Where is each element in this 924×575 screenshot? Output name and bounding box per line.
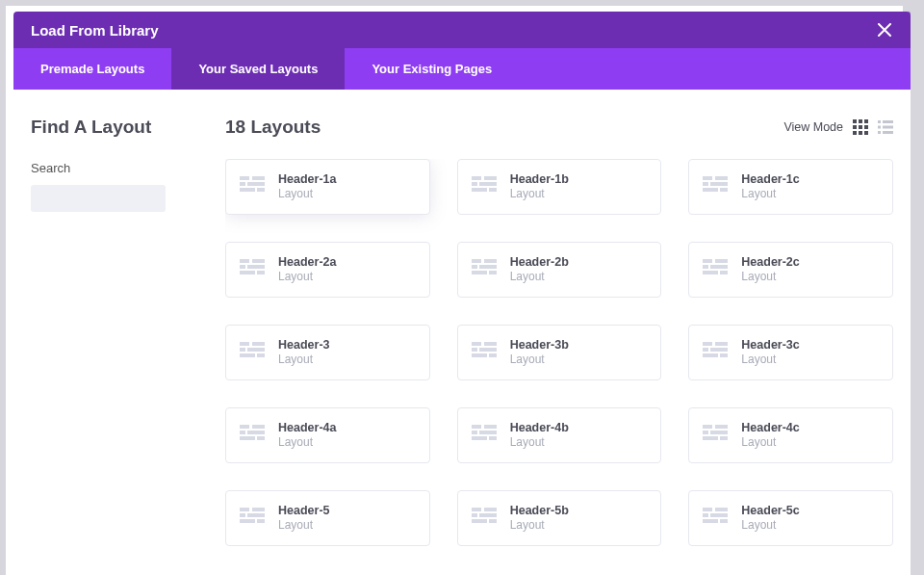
svg-rect-62 [489, 353, 497, 357]
list-view-button[interactable] [878, 119, 893, 135]
svg-rect-35 [240, 265, 245, 269]
layout-card-subtitle: Layout [741, 187, 799, 202]
svg-rect-86 [720, 436, 728, 440]
layout-card-title: Header-3b [510, 337, 569, 353]
layout-card[interactable]: Header-2bLayout [457, 242, 662, 298]
svg-rect-45 [703, 259, 712, 263]
svg-rect-17 [240, 182, 245, 186]
layout-thumbnail-icon [472, 425, 497, 446]
layout-thumbnail-icon [703, 176, 728, 197]
svg-rect-5 [864, 125, 868, 129]
layout-card-text: Header-3cLayout [741, 337, 799, 368]
layout-card[interactable]: Header-5cLayout [688, 490, 893, 546]
modal-title: Load From Library [31, 22, 159, 39]
svg-rect-36 [247, 265, 265, 269]
svg-rect-88 [252, 508, 265, 511]
svg-rect-85 [703, 436, 718, 440]
layout-card[interactable]: Header-3Layout [225, 325, 430, 380]
layout-thumbnail-icon [240, 176, 265, 197]
svg-rect-94 [484, 508, 497, 511]
layout-card-subtitle: Layout [510, 518, 569, 534]
layout-card[interactable]: Header-3cLayout [688, 325, 893, 380]
svg-rect-84 [710, 431, 728, 434]
svg-rect-54 [247, 348, 265, 352]
tab-your-existing-pages[interactable]: Your Existing Pages [345, 48, 519, 90]
svg-rect-71 [240, 431, 245, 434]
svg-rect-82 [715, 425, 728, 429]
svg-rect-93 [472, 508, 481, 511]
layout-thumbnail-icon [703, 259, 728, 280]
svg-rect-56 [257, 353, 265, 357]
modal-header: Load From Library [13, 12, 911, 48]
sidebar-title: Find A Layout [31, 117, 204, 138]
svg-rect-32 [720, 188, 728, 192]
svg-rect-80 [489, 436, 497, 440]
svg-rect-103 [703, 519, 718, 523]
layout-card-title: Header-5c [741, 503, 799, 518]
layout-card[interactable]: Header-5Layout [225, 490, 430, 546]
layout-thumbnail-icon [240, 342, 265, 363]
tab-premade-layouts[interactable]: Premade Layouts [13, 48, 171, 90]
svg-rect-46 [715, 259, 728, 263]
layout-card[interactable]: Header-4aLayout [225, 407, 430, 463]
tab-your-saved-layouts[interactable]: Your Saved Layouts [171, 48, 345, 90]
layout-count: 18 Layouts [225, 117, 321, 138]
search-input[interactable] [31, 185, 166, 212]
layout-card-text: Header-4cLayout [741, 420, 799, 451]
layout-thumbnail-icon [472, 508, 497, 529]
svg-rect-96 [479, 513, 497, 517]
layout-card[interactable]: Header-5bLayout [457, 490, 662, 546]
svg-rect-65 [703, 348, 708, 352]
layout-card[interactable]: Header-1bLayout [457, 159, 662, 215]
close-button[interactable] [876, 21, 893, 39]
layout-thumbnail-icon [240, 259, 265, 280]
svg-rect-60 [479, 348, 497, 352]
grid-view-button[interactable] [853, 119, 868, 135]
svg-rect-87 [240, 508, 249, 511]
svg-rect-39 [472, 259, 481, 263]
layout-card[interactable]: Header-4cLayout [688, 407, 893, 463]
layout-card-title: Header-3 [278, 337, 330, 353]
layout-card-subtitle: Layout [741, 270, 799, 285]
svg-rect-23 [472, 182, 477, 186]
layout-card[interactable]: Header-2aLayout [225, 242, 430, 298]
svg-rect-98 [489, 519, 497, 523]
svg-rect-53 [240, 348, 245, 352]
layout-card-text: Header-2cLayout [741, 254, 799, 285]
layout-card[interactable]: Header-1cLayout [688, 159, 893, 215]
svg-rect-28 [715, 176, 728, 180]
svg-rect-83 [703, 431, 708, 434]
layout-thumbnail-icon [703, 508, 728, 529]
svg-rect-22 [484, 176, 497, 180]
layout-card-subtitle: Layout [510, 435, 569, 451]
svg-rect-66 [710, 348, 728, 352]
layout-card[interactable]: Header-1aLayout [225, 159, 430, 215]
svg-rect-67 [703, 353, 718, 357]
modal-tabs: Premade LayoutsYour Saved LayoutsYour Ex… [13, 48, 911, 90]
layout-thumbnail-icon [472, 176, 497, 197]
layout-card-text: Header-5bLayout [510, 503, 569, 534]
layout-card[interactable]: Header-2cLayout [688, 242, 893, 298]
layout-card-title: Header-4b [510, 420, 569, 435]
layout-card[interactable]: Header-3bLayout [457, 325, 662, 380]
svg-rect-6 [853, 131, 857, 135]
svg-rect-77 [472, 431, 477, 434]
svg-rect-43 [472, 271, 487, 274]
layout-thumbnail-icon [240, 425, 265, 446]
layout-card-text: Header-2bLayout [510, 254, 569, 285]
svg-rect-29 [703, 182, 708, 186]
layout-card[interactable]: Header-4bLayout [457, 407, 662, 463]
list-view-icon [878, 119, 893, 135]
svg-rect-30 [710, 182, 728, 186]
layout-card-title: Header-2c [741, 254, 799, 270]
svg-rect-75 [472, 425, 481, 429]
svg-rect-21 [472, 176, 481, 180]
svg-rect-63 [703, 342, 712, 346]
layout-thumbnail-icon [240, 508, 265, 529]
grid-view-icon [853, 119, 868, 135]
svg-rect-73 [240, 436, 255, 440]
svg-rect-57 [472, 342, 481, 346]
layout-card-subtitle: Layout [278, 518, 330, 534]
svg-rect-55 [240, 353, 255, 357]
view-mode-label: View Mode [783, 120, 843, 134]
